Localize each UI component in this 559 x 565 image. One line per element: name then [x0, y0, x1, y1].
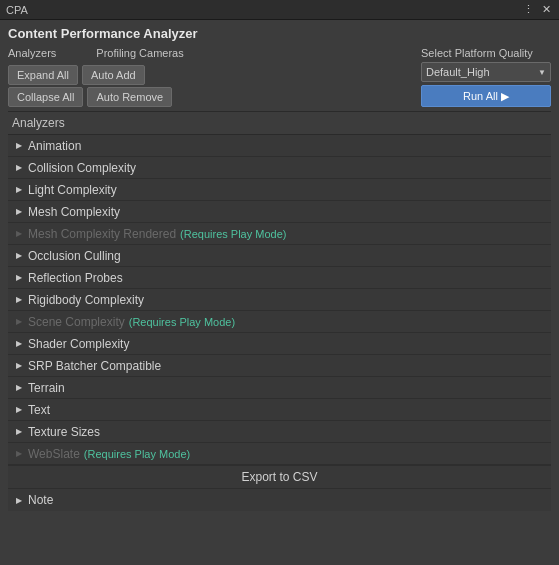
- expand-icon: ▶: [16, 449, 22, 458]
- analyzer-label: Mesh Complexity Rendered: [28, 227, 176, 241]
- analyzer-label: Shader Complexity: [28, 337, 129, 351]
- analyzer-item-srp-batcher[interactable]: ▶ SRP Batcher Compatible: [8, 355, 551, 377]
- analyzer-item-mesh-complexity[interactable]: ▶ Mesh Complexity: [8, 201, 551, 223]
- left-controls: Analyzers Profiling Cameras Expand All A…: [8, 47, 184, 107]
- expand-icon: ▶: [16, 251, 22, 260]
- top-controls: Analyzers Profiling Cameras Expand All A…: [8, 47, 551, 107]
- expand-icon: ▶: [16, 207, 22, 216]
- label-row: Analyzers Profiling Cameras: [8, 47, 184, 59]
- analyzer-label: Text: [28, 403, 50, 417]
- analyzer-item-text[interactable]: ▶ Text: [8, 399, 551, 421]
- expand-icon: ▶: [16, 163, 22, 172]
- analyzer-label: Collision Complexity: [28, 161, 136, 175]
- analyzer-item-shader-complexity[interactable]: ▶ Shader Complexity: [8, 333, 551, 355]
- expand-icon: ▶: [16, 405, 22, 414]
- analyzer-label: Mesh Complexity: [28, 205, 120, 219]
- window-title: CPA: [6, 4, 28, 16]
- expand-icon: ▶: [16, 229, 22, 238]
- expand-collapse-row: Expand All Auto Add: [8, 65, 184, 85]
- platform-dropdown-wrapper: Default_Low Default_Medium Default_High …: [421, 62, 551, 82]
- profiling-cameras-label: Profiling Cameras: [96, 47, 183, 59]
- expand-icon: ▶: [16, 317, 22, 326]
- title-bar-controls: ⋮ ✕: [521, 3, 553, 16]
- auto-add-button[interactable]: Auto Add: [82, 65, 145, 85]
- analyzer-label: SRP Batcher Compatible: [28, 359, 161, 373]
- analyzer-label: WebSlate: [28, 447, 80, 461]
- analyzer-label: Light Complexity: [28, 183, 117, 197]
- menu-button[interactable]: ⋮: [521, 3, 536, 16]
- panel-title: Content Performance Analyzer: [8, 26, 551, 41]
- analyzer-item-texture-sizes[interactable]: ▶ Texture Sizes: [8, 421, 551, 443]
- requires-play-mode-tag: (Requires Play Mode): [180, 228, 286, 240]
- analyzer-item-reflection-probes[interactable]: ▶ Reflection Probes: [8, 267, 551, 289]
- analyzer-label: Terrain: [28, 381, 65, 395]
- run-all-button[interactable]: Run All ▶: [421, 85, 551, 107]
- title-bar: CPA ⋮ ✕: [0, 0, 559, 20]
- right-controls: Select Platform Quality Default_Low Defa…: [421, 47, 551, 107]
- note-item[interactable]: ▶ Note: [8, 489, 551, 511]
- analyzer-label: Scene Complexity: [28, 315, 125, 329]
- expand-icon: ▶: [16, 427, 22, 436]
- platform-quality-dropdown[interactable]: Default_Low Default_Medium Default_High …: [421, 62, 551, 82]
- expand-icon: ▶: [16, 339, 22, 348]
- analyzer-item-scene-complexity[interactable]: ▶ Scene Complexity (Requires Play Mode): [8, 311, 551, 333]
- analyzer-label: Reflection Probes: [28, 271, 123, 285]
- collapse-autoremove-row: Collapse All Auto Remove: [8, 87, 184, 107]
- auto-remove-button[interactable]: Auto Remove: [87, 87, 172, 107]
- analyzer-list: ▶ Animation ▶ Collision Complexity ▶ Lig…: [8, 135, 551, 465]
- analyzers-section-header: Analyzers: [8, 111, 551, 135]
- analyzer-item-webslate[interactable]: ▶ WebSlate (Requires Play Mode): [8, 443, 551, 465]
- main-panel: Content Performance Analyzer Analyzers P…: [0, 20, 559, 517]
- analyzer-label: Animation: [28, 139, 81, 153]
- analyzer-item-collision-complexity[interactable]: ▶ Collision Complexity: [8, 157, 551, 179]
- expand-icon: ▶: [16, 273, 22, 282]
- note-label: Note: [28, 493, 53, 507]
- export-label: Export to CSV: [241, 470, 317, 484]
- export-to-csv-button[interactable]: Export to CSV: [8, 465, 551, 489]
- analyzer-label: Rigidbody Complexity: [28, 293, 144, 307]
- platform-quality-label: Select Platform Quality: [421, 47, 533, 59]
- requires-play-mode-tag: (Requires Play Mode): [84, 448, 190, 460]
- analyzers-label: Analyzers: [8, 47, 56, 59]
- requires-play-mode-tag: (Requires Play Mode): [129, 316, 235, 328]
- analyzer-item-rigidbody-complexity[interactable]: ▶ Rigidbody Complexity: [8, 289, 551, 311]
- expand-icon: ▶: [16, 496, 22, 505]
- analyzer-item-light-complexity[interactable]: ▶ Light Complexity: [8, 179, 551, 201]
- expand-icon: ▶: [16, 141, 22, 150]
- analyzer-label: Texture Sizes: [28, 425, 100, 439]
- analyzer-item-occlusion-culling[interactable]: ▶ Occlusion Culling: [8, 245, 551, 267]
- expand-icon: ▶: [16, 295, 22, 304]
- analyzer-label: Occlusion Culling: [28, 249, 121, 263]
- expand-icon: ▶: [16, 361, 22, 370]
- analyzer-item-mesh-complexity-rendered[interactable]: ▶ Mesh Complexity Rendered (Requires Pla…: [8, 223, 551, 245]
- expand-all-button[interactable]: Expand All: [8, 65, 78, 85]
- analyzer-item-animation[interactable]: ▶ Animation: [8, 135, 551, 157]
- collapse-all-button[interactable]: Collapse All: [8, 87, 83, 107]
- close-button[interactable]: ✕: [540, 3, 553, 16]
- analyzer-item-terrain[interactable]: ▶ Terrain: [8, 377, 551, 399]
- expand-icon: ▶: [16, 383, 22, 392]
- expand-icon: ▶: [16, 185, 22, 194]
